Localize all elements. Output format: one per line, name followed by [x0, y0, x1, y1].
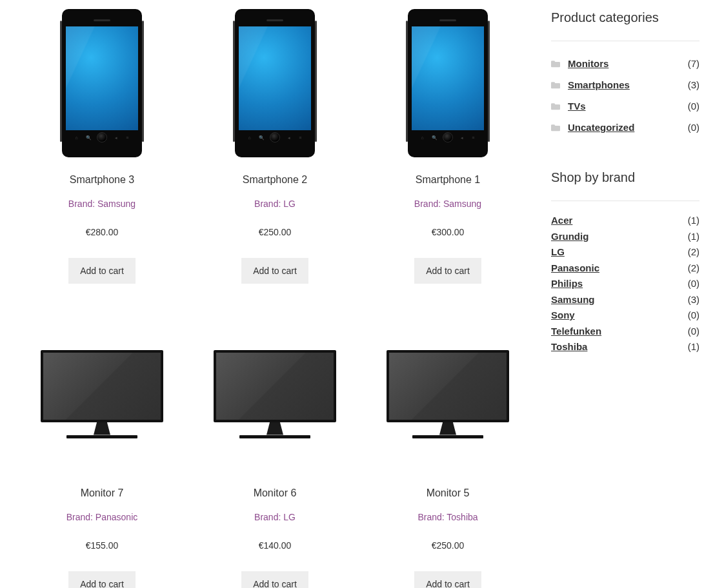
add-to-cart-button[interactable]: Add to cart	[414, 258, 481, 284]
brand-item: Telefunken (0)	[551, 324, 699, 340]
smartphone-image: ⌂ 🔍 ◂ ≡	[233, 9, 317, 157]
product-price: €155.00	[86, 540, 119, 551]
category-list: Monitors (7) Smartphones (3) TVs (0) Unc…	[551, 53, 699, 138]
product-title[interactable]: Smartphone 1	[416, 174, 481, 186]
brand-link[interactable]: Sony	[551, 308, 575, 323]
category-item: Uncategorized (0)	[551, 117, 699, 138]
add-to-cart-button[interactable]: Add to cart	[241, 258, 308, 284]
product-price: €280.00	[86, 227, 119, 237]
product-image[interactable]	[370, 322, 525, 471]
brand-link[interactable]: Grundig	[551, 230, 588, 244]
brand-link[interactable]: Samsung	[551, 293, 595, 308]
product-title[interactable]: Monitor 6	[254, 487, 297, 499]
product-price: €140.00	[259, 540, 292, 551]
brand-link[interactable]: LG	[551, 245, 565, 260]
folder-icon	[551, 81, 560, 89]
brand-item: Grundig (1)	[551, 229, 699, 245]
product-image[interactable]	[197, 322, 352, 471]
monitor-image	[214, 350, 336, 444]
product-card[interactable]: ⌂ 🔍 ◂ ≡ Smartphone 1 Brand: Samsung €300…	[370, 9, 525, 284]
add-to-cart-button[interactable]: Add to cart	[68, 258, 136, 284]
brand-item: Philips (0)	[551, 276, 699, 292]
product-title[interactable]: Smartphone 3	[70, 174, 135, 186]
add-to-cart-button[interactable]: Add to cart	[241, 571, 308, 588]
product-grid: ⌂ 🔍 ◂ ≡ Smartphone 3 Brand: Samsung €280…	[25, 9, 525, 588]
brand-item: Samsung (3)	[551, 292, 699, 308]
widget-brands: Shop by brand Acer (1) Grundig (1) LG (2…	[551, 170, 699, 355]
brand-item: Acer (1)	[551, 213, 699, 229]
divider	[551, 201, 699, 201]
product-brand[interactable]: Brand: Panasonic	[66, 512, 138, 522]
brand-count: (0)	[688, 277, 699, 291]
brand-count: (3)	[688, 293, 699, 308]
brand-item: Sony (0)	[551, 308, 699, 324]
brand-item: LG (2)	[551, 244, 699, 260]
product-title[interactable]: Smartphone 2	[243, 174, 308, 186]
product-price: €300.00	[432, 227, 465, 237]
brand-count: (0)	[688, 308, 699, 323]
product-card[interactable]: Monitor 6 Brand: LG €140.00 Add to cart	[197, 322, 352, 588]
product-title[interactable]: Monitor 5	[427, 487, 470, 499]
brand-list: Acer (1) Grundig (1) LG (2) Panasonic (2…	[551, 213, 699, 355]
brand-link[interactable]: Panasonic	[551, 261, 599, 276]
category-link[interactable]: Uncategorized	[568, 122, 634, 133]
brand-count: (1)	[688, 340, 699, 355]
add-to-cart-button[interactable]: Add to cart	[414, 571, 481, 588]
brand-count: (2)	[688, 261, 699, 276]
category-item: TVs (0)	[551, 95, 699, 117]
category-count: (7)	[688, 58, 699, 69]
brand-link[interactable]: Philips	[551, 277, 583, 291]
category-item: Smartphones (3)	[551, 74, 699, 95]
monitor-image	[387, 350, 509, 444]
product-card[interactable]: ⌂ 🔍 ◂ ≡ Smartphone 2 Brand: LG €250.00 A…	[197, 9, 352, 284]
product-price: €250.00	[432, 540, 465, 551]
product-image[interactable]: ⌂ 🔍 ◂ ≡	[370, 9, 525, 157]
category-link[interactable]: Monitors	[568, 58, 608, 69]
product-brand[interactable]: Brand: LG	[254, 199, 296, 209]
brand-count: (0)	[688, 324, 699, 339]
smartphone-image: ⌂ 🔍 ◂ ≡	[406, 9, 490, 157]
divider	[551, 41, 699, 41]
product-brand[interactable]: Brand: Toshiba	[417, 512, 478, 522]
category-count: (0)	[688, 122, 699, 133]
add-to-cart-button[interactable]: Add to cart	[68, 571, 136, 588]
product-image[interactable]	[25, 322, 179, 471]
brand-link[interactable]: Acer	[551, 213, 572, 228]
category-link[interactable]: TVs	[568, 101, 586, 112]
brand-count: (2)	[688, 245, 699, 260]
widget-title-categories: Product categories	[551, 10, 699, 25]
folder-icon	[551, 60, 560, 68]
product-image[interactable]: ⌂ 🔍 ◂ ≡	[197, 9, 352, 157]
product-brand[interactable]: Brand: LG	[254, 512, 296, 522]
brand-item: Toshiba (1)	[551, 339, 699, 355]
product-card[interactable]: Monitor 7 Brand: Panasonic €155.00 Add t…	[25, 322, 179, 588]
product-image[interactable]: ⌂ 🔍 ◂ ≡	[25, 9, 179, 157]
brand-link[interactable]: Toshiba	[551, 340, 587, 355]
brand-item: Panasonic (2)	[551, 260, 699, 277]
category-count: (3)	[688, 79, 699, 90]
monitor-image	[41, 350, 163, 444]
product-price: €250.00	[259, 227, 292, 237]
brand-link[interactable]: Telefunken	[551, 324, 601, 339]
product-brand[interactable]: Brand: Samsung	[414, 199, 481, 209]
product-title[interactable]: Monitor 7	[81, 487, 124, 499]
category-count: (0)	[688, 101, 699, 112]
folder-icon	[551, 103, 560, 110]
folder-icon	[551, 124, 560, 132]
product-brand[interactable]: Brand: Samsung	[68, 199, 136, 209]
product-card[interactable]: Monitor 5 Brand: Toshiba €250.00 Add to …	[370, 322, 525, 588]
smartphone-image: ⌂ 🔍 ◂ ≡	[60, 9, 144, 157]
widget-title-brands: Shop by brand	[551, 170, 699, 185]
product-card[interactable]: ⌂ 🔍 ◂ ≡ Smartphone 3 Brand: Samsung €280…	[25, 9, 179, 284]
category-item: Monitors (7)	[551, 53, 699, 74]
category-link[interactable]: Smartphones	[568, 79, 630, 90]
brand-count: (1)	[688, 213, 699, 228]
sidebar: Product categories Monitors (7) Smartpho…	[551, 9, 699, 588]
widget-categories: Product categories Monitors (7) Smartpho…	[551, 10, 699, 138]
brand-count: (1)	[688, 230, 699, 244]
